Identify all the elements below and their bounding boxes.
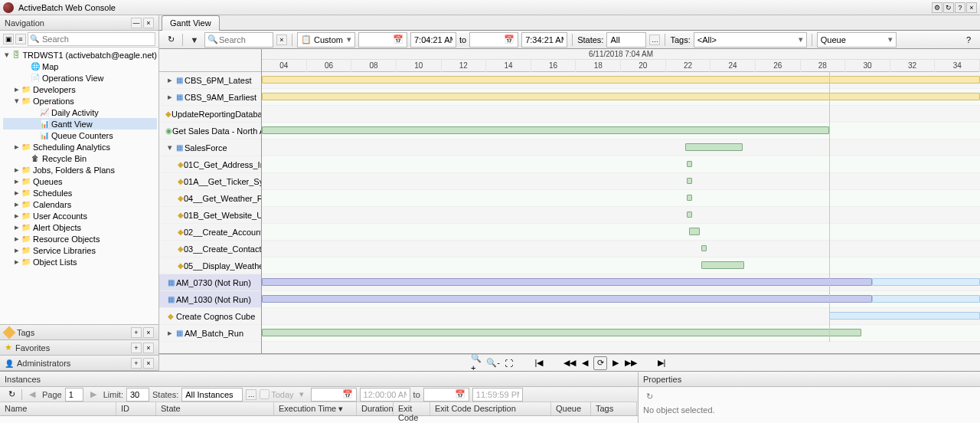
- instances-states-combo[interactable]: All Instances: [181, 388, 243, 402]
- gantt-row-label[interactable]: ◆03__Create_Contact: [159, 241, 261, 257]
- refresh-button[interactable]: ↻: [164, 33, 178, 47]
- prev-button[interactable]: ◀: [578, 356, 592, 370]
- instances-column-header[interactable]: Exit Code: [394, 402, 430, 415]
- states-combo[interactable]: All: [606, 32, 646, 48]
- tree-item[interactable]: ▸📁Alert Objects: [3, 221, 157, 233]
- tree-item[interactable]: ▸📁User Accounts: [3, 210, 157, 221]
- next-button[interactable]: ▶: [609, 356, 622, 370]
- gantt-bar[interactable]: [829, 312, 980, 320]
- to-time-input[interactable]: [521, 32, 567, 48]
- tree-item[interactable]: ▸📁Queues: [3, 175, 157, 187]
- nav-new-button[interactable]: ▣: [3, 34, 14, 44]
- gantt-bar[interactable]: [701, 261, 744, 269]
- gantt-bar[interactable]: [685, 143, 743, 151]
- gantt-bar[interactable]: [262, 329, 861, 336]
- gantt-row-label[interactable]: ▸▦CBS_6PM_Latest: [159, 72, 261, 89]
- zoom-in-button[interactable]: 🔍+: [471, 356, 485, 370]
- properties-refresh-button[interactable]: ↻: [643, 390, 655, 402]
- gantt-bar[interactable]: [872, 295, 980, 303]
- gantt-row-label[interactable]: ▸▦AM_Batch_Run: [159, 325, 261, 342]
- tree-item[interactable]: ▾📁Operations: [3, 95, 157, 107]
- play-button[interactable]: ⟳: [593, 356, 607, 370]
- go-start-button[interactable]: |◀: [532, 356, 546, 370]
- instances-column-header[interactable]: Queue: [551, 402, 591, 415]
- gantt-bar[interactable]: [872, 278, 980, 286]
- instances-more-button[interactable]: …: [246, 389, 256, 400]
- to-date-combo[interactable]: 📅: [469, 32, 518, 48]
- window-refresh-icon[interactable]: ↻: [943, 2, 954, 13]
- states-more-button[interactable]: …: [649, 34, 660, 45]
- gantt-bar[interactable]: [262, 126, 829, 134]
- gantt-row-label[interactable]: ◆01B_Get_Website_URL: [159, 207, 261, 224]
- instances-column-header[interactable]: Duration: [357, 402, 394, 415]
- tree-item[interactable]: ▸📁Developers: [3, 84, 157, 95]
- gantt-bar[interactable]: [687, 161, 692, 167]
- queue-combo[interactable]: Queue▾: [817, 32, 897, 48]
- instances-next-page[interactable]: ▶: [87, 388, 100, 402]
- gantt-bar[interactable]: [262, 93, 980, 100]
- window-help-icon[interactable]: ?: [955, 2, 965, 13]
- zoom-out-button[interactable]: 🔍-: [486, 356, 500, 370]
- go-end-button[interactable]: ▶|: [655, 356, 668, 370]
- gantt-bar[interactable]: [262, 278, 872, 286]
- tree-item[interactable]: ▸📁Schedules: [3, 187, 157, 198]
- gantt-row-label[interactable]: ◆UpdateReportingDatabase: [159, 106, 261, 123]
- toolbar-help-button[interactable]: ?: [962, 33, 975, 47]
- instances-to-date[interactable]: 📅: [423, 388, 469, 402]
- range-type-combo[interactable]: 📋 Custom▾: [297, 32, 355, 48]
- gantt-row-label[interactable]: ◆Create Cognos Cube: [159, 308, 261, 325]
- nav-tree-button[interactable]: ≡: [15, 34, 26, 44]
- gantt-bar[interactable]: [687, 178, 692, 184]
- tree-item[interactable]: ▸📁Object Lists: [3, 256, 157, 267]
- tree-item[interactable]: 📈Daily Activity: [3, 107, 157, 118]
- zoom-fit-button[interactable]: ⛶: [501, 356, 515, 370]
- from-date-combo[interactable]: 📅: [358, 32, 407, 48]
- instances-column-header[interactable]: Tags: [591, 402, 637, 415]
- instances-limit-input[interactable]: [126, 388, 149, 402]
- gantt-bar[interactable]: [687, 195, 692, 201]
- gantt-row-label[interactable]: ▸▦CBS_9AM_Earliest: [159, 89, 261, 106]
- tree-item[interactable]: ▸📁Resource Objects: [3, 233, 157, 244]
- window-close-icon[interactable]: ×: [966, 2, 977, 13]
- gantt-row-label[interactable]: ◆01A__Get_Ticker_Symbol: [159, 173, 261, 190]
- toolbar-clear-button[interactable]: ×: [276, 34, 287, 45]
- tree-item[interactable]: 🗑Recycle Bin: [3, 152, 157, 164]
- tree-item[interactable]: 🌐Map: [3, 61, 157, 72]
- tree-item[interactable]: ▸📁Scheduling Analytics: [3, 141, 157, 152]
- instances-to-time[interactable]: [472, 388, 523, 402]
- administrators-add-button[interactable]: +: [131, 358, 142, 369]
- nav-search-input[interactable]: [28, 32, 155, 46]
- filter-button[interactable]: ▼: [188, 33, 201, 47]
- tree-item[interactable]: 📊Gantt View: [3, 118, 157, 130]
- gantt-row-label[interactable]: ◆01C_Get_Address_Info: [159, 156, 261, 173]
- instances-column-header[interactable]: Execution Time ▾: [274, 402, 357, 415]
- tree-item[interactable]: ▸📁Calendars: [3, 198, 157, 210]
- fast-prev-button[interactable]: ◀◀: [563, 356, 577, 370]
- gantt-bar[interactable]: [687, 212, 692, 218]
- gantt-bar[interactable]: [262, 295, 872, 303]
- gantt-row-label[interactable]: ◆05__Display_Weather: [159, 257, 261, 274]
- window-settings-icon[interactable]: ⚙: [932, 2, 942, 13]
- tree-item[interactable]: 📊Queue Counters: [3, 130, 157, 141]
- instances-column-header[interactable]: Exit Code Description: [430, 402, 551, 415]
- instances-prev-page[interactable]: ◀: [25, 388, 39, 402]
- instances-from-date[interactable]: 📅: [311, 388, 357, 402]
- gantt-bar[interactable]: [262, 76, 980, 84]
- favorites-close-button[interactable]: ×: [143, 343, 154, 353]
- instances-refresh-button[interactable]: ↻: [5, 388, 18, 402]
- from-time-input[interactable]: [410, 32, 456, 48]
- gantt-row-label[interactable]: ◉Get Sales Data - North America: [159, 123, 261, 139]
- tree-item[interactable]: ▸📁Service Libraries: [3, 244, 157, 256]
- gantt-row-label[interactable]: ◆02__Create_Account: [159, 224, 261, 241]
- tree-root[interactable]: ▾🗄TRDWST1 (activebatch@eagle.net): [3, 49, 157, 61]
- gantt-row-label[interactable]: ▦AM_1030 (Not Run): [159, 291, 261, 308]
- tree-item[interactable]: ▸📁Jobs, Folders & Plans: [3, 164, 157, 175]
- fast-next-button[interactable]: ▶▶: [624, 356, 638, 370]
- instances-page-input[interactable]: [65, 388, 83, 402]
- gantt-row-label[interactable]: ◆04__Get_Weather_Forecast: [159, 190, 261, 207]
- instances-column-header[interactable]: State: [156, 402, 274, 415]
- tags-add-button[interactable]: +: [131, 327, 142, 338]
- tags-close-button[interactable]: ×: [143, 327, 154, 338]
- gantt-row-label[interactable]: ▾▦SalesForce: [159, 139, 261, 156]
- nav-close-button[interactable]: ×: [143, 18, 154, 28]
